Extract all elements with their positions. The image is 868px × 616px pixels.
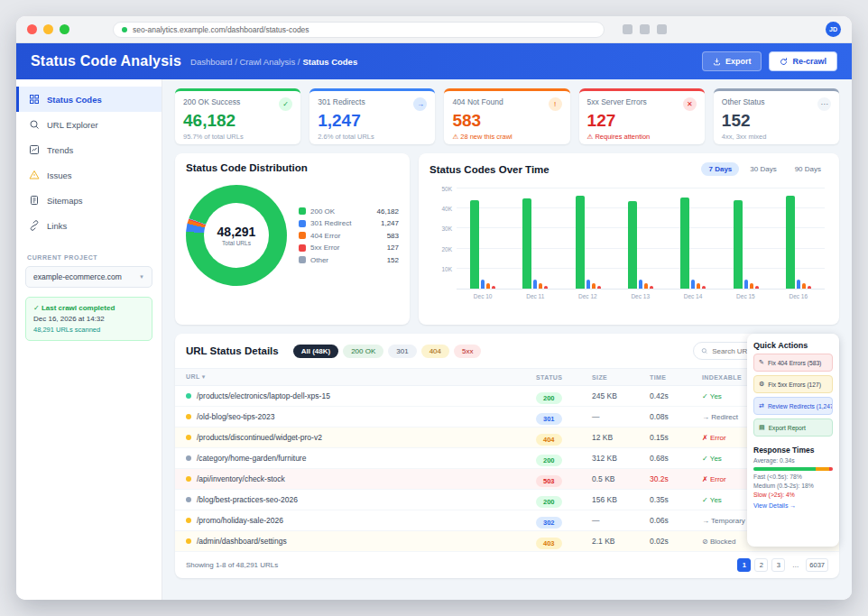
warning-icon bbox=[29, 170, 40, 180]
response-average: Average: 0.34s bbox=[753, 457, 833, 464]
stat-card-301: 301 Redirects → 1,247 2.6% of total URLs bbox=[309, 88, 435, 144]
arrow-icon: → bbox=[413, 97, 427, 111]
stat-value: 1,247 bbox=[318, 112, 427, 131]
donut-chart: 48,291 Total URLs bbox=[186, 185, 287, 286]
table-row[interactable]: /products/electronics/laptop-dell-xps-15… bbox=[175, 386, 839, 407]
bar-5xx bbox=[702, 286, 706, 289]
address-bar[interactable]: seo-analytics.example.com/dashboard/stat… bbox=[113, 22, 605, 38]
bar-404 bbox=[802, 283, 806, 289]
browser-chrome: seo-analytics.example.com/dashboard/stat… bbox=[16, 16, 852, 43]
column-size[interactable]: SIZE bbox=[592, 374, 650, 381]
view-details-link[interactable]: View Details → bbox=[753, 502, 833, 509]
sidebar-item-links[interactable]: Links bbox=[16, 213, 162, 238]
stat-card-200: 200 OK Success ✓ 46,182 95.7% of total U… bbox=[175, 88, 300, 144]
page-button[interactable]: 1 bbox=[737, 558, 751, 572]
sidebar-item-issues[interactable]: Issues bbox=[16, 162, 162, 188]
sidebar-item-status-codes[interactable]: Status Codes bbox=[16, 87, 162, 112]
table-row[interactable]: /promo/holiday-sale-2026 302 — 0.06s → T… bbox=[175, 510, 839, 531]
filter-chip-404[interactable]: 404 bbox=[421, 345, 449, 358]
zoom-window-button[interactable] bbox=[60, 24, 69, 34]
size-cell: 2.1 KB bbox=[592, 537, 650, 546]
project-value: example-ecommerce.com bbox=[33, 272, 122, 281]
stat-value: 127 bbox=[587, 112, 697, 131]
time-cell: 0.06s bbox=[650, 516, 702, 525]
site-dot-icon bbox=[186, 476, 191, 482]
table-row[interactable]: /api/inventory/check-stock 503 0.5 KB 30… bbox=[175, 469, 839, 490]
sidebar-item-url-explorer[interactable]: URL Explorer bbox=[16, 112, 162, 137]
bar-group bbox=[628, 201, 653, 289]
table-row[interactable]: /blog/best-practices-seo-2026 200 156 KB… bbox=[175, 490, 839, 510]
site-dot-icon bbox=[186, 455, 191, 461]
status-filter-chips: All (48K) 200 OK 301 404 5xx bbox=[293, 345, 482, 358]
sidebar-item-sitemaps[interactable]: Sitemaps bbox=[16, 188, 162, 213]
gear-icon: ⚙ bbox=[759, 381, 764, 388]
filter-chip-200[interactable]: 200 OK bbox=[343, 345, 383, 358]
size-cell: 156 KB bbox=[592, 495, 650, 504]
tab-30-days[interactable]: 30 Days bbox=[743, 162, 783, 176]
export-report-button[interactable]: ▤Export Report bbox=[753, 418, 833, 437]
bar-group bbox=[576, 196, 601, 289]
extension-icon[interactable] bbox=[623, 24, 633, 34]
stat-sub: ⚠ Requires attention bbox=[587, 133, 697, 141]
table-row[interactable]: /products/discontinued/widget-pro-v2 404… bbox=[175, 428, 839, 448]
bar-5xx bbox=[755, 286, 759, 289]
legend-label: 301 Redirect bbox=[310, 219, 376, 227]
export-button[interactable]: Export bbox=[702, 51, 762, 71]
url-cell: /old-blog/seo-tips-2023 bbox=[197, 412, 274, 421]
search-icon bbox=[701, 347, 707, 354]
tab-7-days[interactable]: 7 Days bbox=[701, 162, 739, 176]
size-cell: 0.5 KB bbox=[592, 474, 650, 483]
bar-5xx bbox=[492, 286, 495, 289]
extension-icon[interactable] bbox=[657, 24, 667, 34]
more-icon: ⋯ bbox=[817, 97, 831, 111]
recrawl-button[interactable]: Re-crawl bbox=[769, 51, 837, 71]
tab-90-days[interactable]: 90 Days bbox=[788, 162, 828, 176]
fix-5xx-button[interactable]: ⚙Fix 5xx Errors (127) bbox=[753, 375, 833, 393]
x-axis-tick: Dec 15 bbox=[736, 293, 755, 299]
stat-label: 5xx Server Errors bbox=[587, 97, 647, 106]
table-row[interactable]: /admin/dashboard/settings 403 2.1 KB 0.0… bbox=[175, 531, 839, 552]
bar-200 bbox=[576, 196, 585, 289]
bar-200 bbox=[786, 196, 795, 289]
link-icon bbox=[29, 220, 40, 231]
response-fast: Fast (<0.5s): 78% bbox=[753, 473, 833, 480]
time-cell: 0.35s bbox=[650, 495, 702, 504]
column-url[interactable]: URL ▾ bbox=[186, 373, 536, 381]
page-button[interactable]: 6037 bbox=[806, 558, 828, 572]
stat-sub: 4xx, 3xx mixed bbox=[722, 133, 831, 141]
project-select[interactable]: example-ecommerce.com ▼ bbox=[25, 266, 152, 288]
bar-chart-card: Status Codes Over Time 7 Days 30 Days 90… bbox=[419, 153, 839, 325]
minimize-window-button[interactable] bbox=[43, 24, 53, 34]
page-button[interactable]: 3 bbox=[771, 558, 785, 572]
x-axis-tick: Dec 16 bbox=[789, 293, 808, 299]
filter-chip-all[interactable]: All (48K) bbox=[293, 345, 338, 358]
document-icon bbox=[29, 195, 40, 206]
column-time[interactable]: TIME bbox=[650, 374, 702, 381]
bar-group bbox=[470, 200, 495, 289]
extension-icon[interactable] bbox=[640, 24, 650, 34]
site-dot-icon bbox=[186, 393, 191, 399]
legend-label: 5xx Error bbox=[310, 244, 383, 252]
filter-chip-301[interactable]: 301 bbox=[388, 345, 416, 358]
time-cell: 30.2s bbox=[650, 474, 702, 483]
refresh-icon bbox=[780, 58, 788, 66]
stat-sub: 95.7% of total URLs bbox=[183, 133, 292, 141]
page-button[interactable]: 2 bbox=[754, 558, 768, 572]
action-label: Fix 5xx Errors (127) bbox=[768, 382, 821, 388]
url-cell: /blog/best-practices-seo-2026 bbox=[197, 495, 298, 504]
bar-301 bbox=[744, 280, 748, 289]
report-icon: ▤ bbox=[759, 424, 765, 431]
filter-chip-5xx[interactable]: 5xx bbox=[454, 345, 481, 358]
stat-sub: ⚠ 28 new this crawl bbox=[452, 133, 561, 141]
table-row[interactable]: /category/home-garden/furniture 200 312 … bbox=[175, 448, 839, 469]
review-redirects-button[interactable]: ⇄Review Redirects (1,247) bbox=[753, 397, 833, 415]
stats-row: 200 OK Success ✓ 46,182 95.7% of total U… bbox=[175, 88, 839, 144]
table-row[interactable]: /old-blog/seo-tips-2023 301 — 0.08s → Re… bbox=[175, 407, 839, 428]
close-window-button[interactable] bbox=[27, 24, 37, 34]
fix-404-button[interactable]: ✎Fix 404 Errors (583) bbox=[753, 354, 833, 372]
user-avatar[interactable]: JD bbox=[826, 22, 841, 37]
url-cell: /products/electronics/laptop-dell-xps-15 bbox=[197, 391, 330, 400]
sidebar-item-trends[interactable]: Trends bbox=[16, 137, 162, 162]
bar-301 bbox=[533, 280, 537, 289]
column-status[interactable]: STATUS bbox=[536, 374, 592, 381]
